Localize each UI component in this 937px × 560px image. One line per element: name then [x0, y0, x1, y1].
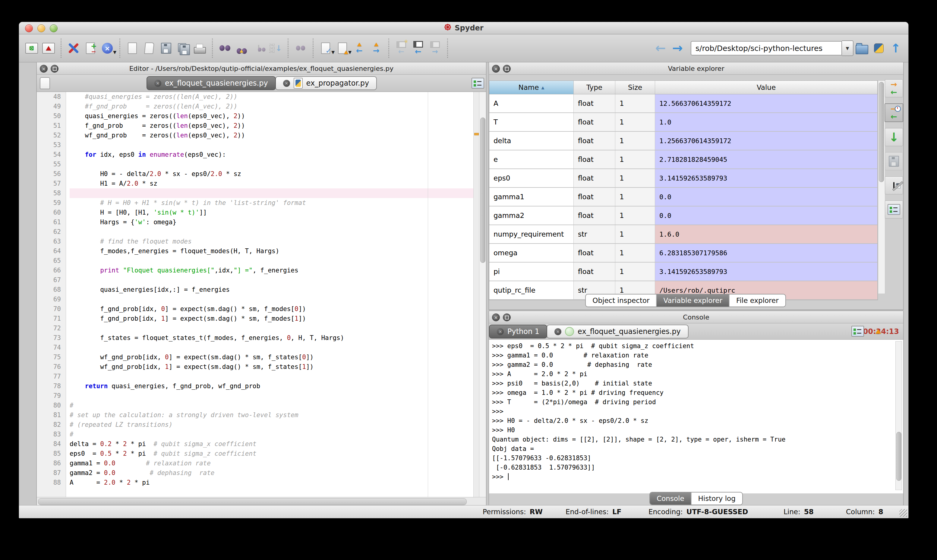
code-line[interactable]: #f_gnd_prob = zeros((len(A_vec), 2)): [70, 102, 473, 111]
maximize-pane-icon[interactable]: ↔↔: [23, 40, 40, 57]
run-settings-icon[interactable]: ×▼: [99, 40, 116, 57]
variable-value-cell[interactable]: 0.0: [655, 188, 878, 206]
variable-value-cell[interactable]: 1.0: [655, 113, 878, 131]
editor-file-tab[interactable]: ×ex_propagator.py: [275, 76, 377, 90]
options-icon[interactable]: [885, 200, 903, 218]
save-all-icon[interactable]: [175, 40, 191, 57]
code-line[interactable]: eps0 = 0.5 * 2 * pi # qubit sigma_z coef…: [70, 449, 473, 458]
code-line[interactable]: [70, 160, 473, 169]
variable-value-cell[interactable]: 3.141592653589793: [655, 169, 878, 187]
code-line[interactable]: [70, 343, 473, 352]
code-line[interactable]: #: [70, 400, 473, 410]
code-line[interactable]: delta = 0.2 * 2 * pi # qubit sigma_x coe…: [70, 439, 473, 449]
console-scrollbar-thumb[interactable]: [896, 432, 902, 481]
variable-name-cell[interactable]: A: [489, 94, 574, 112]
code-line[interactable]: [70, 256, 473, 266]
tab-history-log[interactable]: History log: [692, 492, 742, 505]
code-line[interactable]: gamma1 = 0.0 # relaxation rate: [70, 458, 473, 468]
variable-value-cell[interactable]: 12.566370614359172: [655, 94, 878, 112]
combo-dropdown-icon[interactable]: ▼: [842, 40, 854, 56]
variable-size-cell[interactable]: 1: [615, 225, 655, 243]
code-line[interactable]: [70, 275, 473, 285]
open-folder-icon[interactable]: [854, 40, 870, 57]
variable-size-cell[interactable]: 1: [615, 151, 655, 168]
console-session-tab[interactable]: ×ex_floquet_quasienergies.py: [546, 325, 689, 338]
console-output[interactable]: >>> eps0 = 0.5 * 2 * pi # qubit sigma_z …: [489, 339, 903, 493]
code-line[interactable]: [70, 140, 473, 150]
find-icon[interactable]: [217, 40, 233, 57]
editor-file-tab[interactable]: ×ex_floquet_quasienergies.py: [146, 76, 276, 90]
code-line[interactable]: f_modes,f_energies = floquet_modes(H, T,…: [70, 246, 473, 256]
code-line[interactable]: # (repeated LZ transitions): [70, 420, 473, 429]
variable-type-cell[interactable]: float: [574, 113, 615, 131]
tab-object-inspector[interactable]: Object inspector: [586, 294, 657, 306]
editor-options-icon[interactable]: [471, 77, 484, 89]
browse-tabs-icon[interactable]: [38, 77, 51, 89]
goto-line-icon[interactable]: 242243242↓: [267, 40, 284, 57]
tools-icon[interactable]: [65, 40, 82, 57]
code-line[interactable]: [70, 294, 473, 304]
back-icon[interactable]: ←: [652, 40, 669, 57]
save-icon[interactable]: [158, 40, 175, 57]
code-line[interactable]: wf_gnd_prob[idx, 0] = expect(sm.dag() * …: [70, 352, 473, 362]
code-line[interactable]: [70, 323, 473, 333]
code-line[interactable]: f_gnd_prob[idx, 0] = expect(sm.dag() * s…: [70, 304, 473, 314]
python-path-icon[interactable]: [870, 40, 887, 57]
tab-file-explorer[interactable]: File explorer: [729, 294, 785, 306]
variable-type-cell[interactable]: float: [574, 94, 615, 112]
console-session-tab[interactable]: ×Python 1: [489, 325, 547, 338]
close-tab-icon[interactable]: ×: [554, 328, 562, 335]
variable-value-cell[interactable]: 2.718281828459045: [655, 151, 878, 168]
variable-row[interactable]: omegafloat16.283185307179586: [489, 244, 878, 263]
variable-type-cell[interactable]: float: [574, 206, 615, 225]
code-line[interactable]: quasi_energies[idx,:] = f_energies: [70, 285, 473, 294]
close-tab-icon[interactable]: ×: [283, 80, 290, 87]
variable-size-cell[interactable]: 1: [615, 132, 655, 150]
console-options-icon[interactable]: [851, 325, 864, 337]
auto-refresh-icon[interactable]: →←: [885, 103, 903, 122]
code-line[interactable]: H1 = A/2.0 * sz: [70, 179, 473, 188]
variable-row[interactable]: numpy_requirementstr11.6.0: [489, 225, 878, 244]
variable-type-cell[interactable]: str: [574, 225, 615, 243]
variable-type-cell[interactable]: float: [574, 169, 615, 187]
variable-row[interactable]: deltafloat11.2566370614359172: [489, 132, 878, 151]
resize-grip[interactable]: [899, 509, 907, 517]
window-error-icon[interactable]: [40, 40, 57, 57]
code-text[interactable]: #quasi_energies = zeros((len(A_vec), 2))…: [66, 92, 473, 497]
run-cell-new-icon[interactable]: ★←: [393, 40, 410, 57]
variable-name-cell[interactable]: gamma2: [489, 206, 574, 225]
tab-variable-explorer[interactable]: Variable explorer: [657, 294, 729, 306]
working-directory-value[interactable]: s/rob/Desktop/sci-python-lectures: [691, 41, 842, 55]
variable-value-cell[interactable]: 1.2566370614359172: [655, 132, 878, 150]
print-icon[interactable]: [191, 40, 208, 57]
variable-name-cell[interactable]: gamma1: [489, 188, 574, 206]
code-line[interactable]: print "Floquet quasienergies[",idx,"] ="…: [70, 266, 473, 275]
close-tab-icon[interactable]: ×: [497, 328, 504, 335]
close-tab-icon[interactable]: ×: [154, 80, 161, 87]
open-file-icon[interactable]: [141, 40, 158, 57]
variable-row[interactable]: eps0float13.141592653589793: [489, 169, 878, 188]
code-line[interactable]: gamma2 = 0.0 # dephasing rate: [70, 468, 473, 478]
variable-row[interactable]: Tfloat11.0: [489, 113, 878, 132]
console-prompt[interactable]: >>>: [492, 472, 903, 482]
editor-horizontal-scrollbar[interactable]: [37, 497, 486, 506]
new-file-icon[interactable]: [124, 40, 141, 57]
code-line[interactable]: # find the floquet modes: [70, 237, 473, 246]
code-line[interactable]: #: [70, 429, 473, 439]
variable-type-cell[interactable]: float: [574, 188, 615, 206]
variable-value-cell[interactable]: 0.0: [655, 206, 878, 225]
forward-icon[interactable]: →: [669, 40, 686, 57]
variable-value-cell[interactable]: 3.141592653589793: [655, 263, 878, 281]
variable-name-cell[interactable]: T: [489, 113, 574, 131]
parent-directory-icon[interactable]: ↑: [887, 40, 904, 57]
variable-value-cell[interactable]: 1.6.0: [655, 225, 878, 243]
variable-type-cell[interactable]: float: [574, 263, 615, 281]
variable-name-cell[interactable]: pi: [489, 263, 574, 281]
column-header-type[interactable]: Type: [574, 81, 615, 94]
code-line[interactable]: quasi_energies = zeros((len(eps0_vec), 2…: [70, 111, 473, 121]
tab-console[interactable]: Console: [650, 492, 691, 505]
code-line[interactable]: return quasi_energies, f_gnd_prob, wf_gn…: [70, 381, 473, 391]
column-header-size[interactable]: Size: [615, 81, 655, 94]
code-line[interactable]: A = 2.0 * 2 * pi: [70, 478, 473, 488]
find-next-icon[interactable]: [292, 40, 309, 57]
